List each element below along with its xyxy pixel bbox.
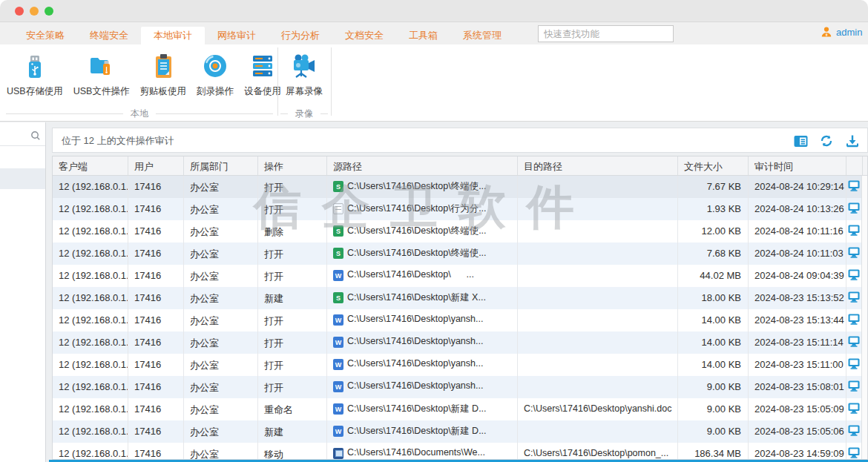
minimize-button[interactable] bbox=[30, 7, 39, 16]
view-screen-button[interactable] bbox=[846, 354, 863, 376]
ribbon-group-recording: 录像 bbox=[280, 107, 328, 120]
cell-audit-time: 2024-08-24 09:04:39 bbox=[749, 265, 846, 287]
table-row[interactable]: 12 (192.168.0.1... 17416 办公室 打开 C:\Users… bbox=[53, 376, 867, 398]
cell-user: 17416 bbox=[128, 242, 184, 265]
usb-storage-button[interactable]: USB存储使用 bbox=[1, 47, 68, 101]
table-row[interactable]: 12 (192.168.0.1... 17416 办公室 打开 C:\Users… bbox=[53, 176, 867, 198]
col-header-client[interactable]: 客户端 bbox=[53, 156, 128, 175]
view-screen-button[interactable] bbox=[846, 287, 863, 309]
zoom-button[interactable] bbox=[45, 7, 53, 16]
cell-department: 办公室 bbox=[184, 354, 258, 376]
tab-toolbox[interactable]: 工具箱 bbox=[396, 27, 450, 44]
cell-source-path: C:\Users\17416\Desktop\yansh... bbox=[327, 309, 518, 331]
view-screen-button[interactable] bbox=[846, 265, 863, 287]
table-row[interactable]: 12 (192.168.0.1... 17416 办公室 打开 C:\Users… bbox=[53, 198, 867, 220]
tab-terminal-security[interactable]: 终端安全 bbox=[77, 27, 141, 44]
table-row[interactable]: 12 (192.168.0.1... 17416 办公室 打开 C:\Users… bbox=[53, 265, 867, 287]
col-header-dest-path[interactable]: 目的路径 bbox=[518, 156, 678, 175]
cell-user: 17416 bbox=[128, 198, 184, 220]
screen-record-button[interactable]: 屏幕录像 bbox=[280, 47, 328, 101]
tab-behavior-analysis[interactable]: 行为分析 bbox=[269, 27, 332, 44]
file-type-icon bbox=[333, 403, 343, 415]
cell-dest-path bbox=[518, 287, 678, 309]
cell-source-path: C:\Users\17416\Desktop\新建 D... bbox=[327, 420, 518, 443]
sidebar-search[interactable] bbox=[0, 125, 45, 146]
cell-operation: 新建 bbox=[258, 287, 327, 309]
sidebar-item-selected[interactable] bbox=[0, 168, 45, 189]
export-button[interactable] bbox=[845, 133, 860, 148]
file-type-icon bbox=[333, 270, 343, 281]
table-row[interactable]: 12 (192.168.0.1... 17416 办公室 打开 C:\Users… bbox=[53, 331, 867, 354]
cell-source-path: C:\Users\17416\Desktop\终端使... bbox=[327, 176, 518, 198]
view-screen-button[interactable] bbox=[846, 420, 863, 443]
cell-dest-path bbox=[518, 331, 678, 354]
cell-file-size: 12.00 KB bbox=[678, 220, 749, 242]
cell-dest-path bbox=[518, 198, 678, 220]
tab-local-audit[interactable]: 本地审计 bbox=[141, 27, 205, 44]
col-header-file-size[interactable]: 文件大小 bbox=[678, 156, 749, 175]
close-button[interactable] bbox=[15, 7, 24, 16]
cell-department: 办公室 bbox=[184, 287, 258, 309]
view-screen-button[interactable] bbox=[846, 242, 863, 265]
cell-audit-time: 2024-08-23 15:13:52 bbox=[749, 287, 846, 309]
cell-source-path: C:\Users\17416\Desktop\yansh... bbox=[327, 376, 518, 398]
cell-client: 12 (192.168.0.1... bbox=[53, 443, 128, 460]
cell-file-size: 44.02 MB bbox=[678, 265, 749, 287]
cell-source-path: C:\Users\17416\Desktop\行为分... bbox=[327, 198, 518, 220]
monitor-icon bbox=[848, 336, 860, 347]
cell-audit-time: 2024-08-23 15:05:09 bbox=[749, 398, 846, 420]
table-row[interactable]: 12 (192.168.0.1... 17416 办公室 新建 C:\Users… bbox=[53, 420, 867, 443]
col-header-view bbox=[846, 156, 863, 175]
column-settings-button[interactable] bbox=[793, 133, 808, 148]
cell-dest-path bbox=[518, 176, 678, 198]
tab-document-security[interactable]: 文档安全 bbox=[332, 27, 396, 44]
view-screen-button[interactable] bbox=[846, 376, 863, 398]
clipboard-button[interactable]: 剪贴板使用 bbox=[134, 47, 191, 101]
refresh-button[interactable] bbox=[819, 133, 834, 148]
file-type-icon bbox=[333, 181, 343, 192]
search-icon bbox=[30, 131, 41, 141]
tab-security-policy[interactable]: 安全策略 bbox=[13, 27, 77, 44]
monitor-icon bbox=[848, 358, 860, 369]
cell-dest-path bbox=[518, 420, 678, 443]
view-screen-button[interactable] bbox=[846, 309, 863, 331]
table-row[interactable]: 12 (192.168.0.1... 17416 办公室 打开 C:\Users… bbox=[53, 242, 867, 265]
table-row[interactable]: 12 (192.168.0.1... 17416 办公室 打开 C:\Users… bbox=[53, 309, 867, 331]
cell-operation: 打开 bbox=[258, 309, 327, 331]
ribbon-group-local: 本地 bbox=[6, 107, 273, 120]
window-titlebar bbox=[0, 0, 868, 22]
clipboard-icon bbox=[148, 50, 179, 82]
tab-system-management[interactable]: 系统管理 bbox=[450, 27, 514, 44]
file-type-icon bbox=[333, 337, 343, 348]
table-row[interactable]: 12 (192.168.0.1... 17416 办公室 新建 C:\Users… bbox=[53, 287, 867, 309]
monitor-icon bbox=[848, 291, 860, 303]
cell-audit-time: 2024-08-23 15:08:01 bbox=[749, 376, 846, 398]
tab-network-audit[interactable]: 网络审计 bbox=[205, 27, 269, 44]
view-screen-button[interactable] bbox=[846, 398, 863, 420]
table-scrollbar[interactable] bbox=[861, 176, 867, 459]
col-header-department[interactable]: 所属部门 bbox=[184, 156, 258, 175]
cell-operation: 打开 bbox=[258, 198, 327, 220]
cell-operation: 打开 bbox=[258, 265, 327, 287]
device-usage-button[interactable]: 设备使用 bbox=[239, 47, 286, 101]
cell-audit-time: 2024-08-23 15:13:44 bbox=[749, 309, 846, 331]
cell-file-size: 14.00 KB bbox=[678, 354, 749, 376]
col-header-audit-time[interactable]: 审计时间 bbox=[749, 156, 846, 175]
table-row[interactable]: 12 (192.168.0.1... 17416 办公室 打开 C:\Users… bbox=[53, 354, 867, 376]
view-screen-button[interactable] bbox=[846, 198, 863, 220]
view-screen-button[interactable] bbox=[846, 443, 863, 460]
table-row[interactable]: 12 (192.168.0.1... 17416 办公室 移动 C:\Users… bbox=[53, 443, 867, 460]
view-screen-button[interactable] bbox=[846, 176, 863, 198]
burn-disc-button[interactable]: 刻录操作 bbox=[191, 47, 239, 101]
user-menu[interactable]: admin bbox=[821, 26, 865, 38]
table-row[interactable]: 12 (192.168.0.1... 17416 办公室 重命名 C:\User… bbox=[53, 398, 867, 420]
view-screen-button[interactable] bbox=[846, 220, 863, 242]
usb-file-ops-button[interactable]: USB文件操作 bbox=[68, 47, 135, 101]
quick-search-input[interactable] bbox=[538, 25, 674, 42]
col-header-operation[interactable]: 操作 bbox=[258, 156, 327, 175]
col-header-source-path[interactable]: 源路径 bbox=[327, 156, 518, 175]
cell-operation: 打开 bbox=[258, 354, 327, 376]
table-row[interactable]: 12 (192.168.0.1... 17416 办公室 删除 C:\Users… bbox=[53, 220, 867, 242]
view-screen-button[interactable] bbox=[846, 331, 863, 354]
col-header-user[interactable]: 用户 bbox=[128, 156, 184, 175]
